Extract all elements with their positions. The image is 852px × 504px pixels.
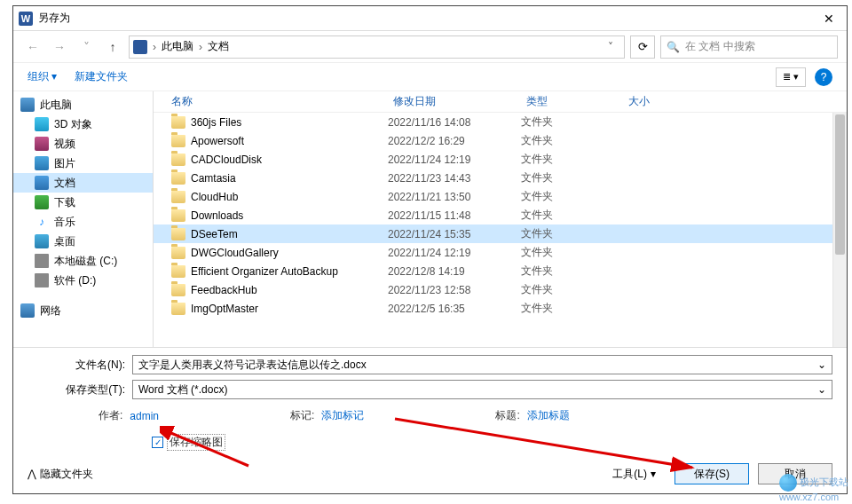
cancel-button[interactable]: 取消 bbox=[758, 463, 832, 484]
filetype-row: 保存类型(T): Word 文档 (*.docx) ⌄ bbox=[28, 380, 832, 399]
file-list[interactable]: 360js Files2022/11/16 14:08文件夹Apowersoft… bbox=[154, 113, 847, 347]
file-type: 文件夹 bbox=[521, 208, 623, 223]
sidebar-item[interactable]: 下载 bbox=[13, 193, 153, 212]
file-row[interactable]: FeedbackHub2022/11/23 12:58文件夹 bbox=[154, 280, 847, 299]
breadcrumb[interactable]: › 此电脑 › 文档 ˅ bbox=[129, 35, 625, 59]
folder-icon bbox=[171, 116, 185, 129]
search-icon: 🔍 bbox=[667, 41, 680, 53]
file-name: FeedbackHub bbox=[191, 284, 257, 296]
new-folder-button[interactable]: 新建文件夹 bbox=[75, 69, 128, 84]
file-name: Apowersoft bbox=[191, 135, 244, 147]
file-date: 2022/11/24 12:19 bbox=[388, 154, 521, 166]
file-type: 文件夹 bbox=[521, 114, 623, 130]
file-row[interactable]: DSeeTem2022/11/24 15:35文件夹 bbox=[154, 224, 847, 243]
breadcrumb-dropdown[interactable]: ˅ bbox=[601, 41, 620, 53]
back-button[interactable]: ← bbox=[22, 36, 43, 58]
sidebar-item[interactable]: 视频 bbox=[13, 134, 153, 154]
sidebar-item[interactable]: 文档 bbox=[13, 173, 153, 193]
file-row[interactable]: CloudHub2022/11/21 13:50文件夹 bbox=[154, 187, 847, 206]
folder-icon bbox=[171, 284, 185, 296]
filename-input[interactable]: 文字是人类用表义符号记录表达信息以传之.docx ⌄ bbox=[132, 355, 832, 374]
file-name: CloudHub bbox=[191, 191, 238, 203]
location-icon bbox=[133, 40, 147, 54]
recent-dropdown[interactable]: ˅ bbox=[75, 36, 97, 58]
sidebar-item[interactable]: 本地磁盘 (C:) bbox=[13, 251, 153, 271]
file-type: 文件夹 bbox=[521, 245, 623, 260]
refresh-button[interactable]: ⟳ bbox=[630, 35, 655, 59]
sidebar-item-label: 音乐 bbox=[54, 215, 75, 230]
sidebar-item-network[interactable]: 网络 bbox=[13, 301, 153, 320]
sidebar-item[interactable]: 软件 (D:) bbox=[13, 271, 153, 290]
folder-icon bbox=[171, 247, 185, 259]
filetype-select[interactable]: Word 文档 (*.docx) ⌄ bbox=[132, 380, 832, 399]
dropdown-icon[interactable]: ⌄ bbox=[817, 383, 826, 396]
file-date: 2022/11/24 12:19 bbox=[388, 247, 521, 259]
dropdown-icon[interactable]: ⌄ bbox=[817, 358, 826, 371]
file-date: 2022/11/21 13:50 bbox=[388, 191, 521, 203]
save-button[interactable]: 保存(S) bbox=[674, 463, 749, 484]
file-date: 2022/12/8 14:19 bbox=[388, 265, 521, 278]
tag-value[interactable]: 添加标记 bbox=[321, 408, 364, 423]
folder-icon bbox=[171, 228, 185, 240]
scrollbar[interactable] bbox=[832, 113, 847, 347]
ic-disk-icon bbox=[35, 254, 49, 268]
ic-3d-icon bbox=[35, 117, 49, 131]
column-headers[interactable]: 名称 修改日期 类型 大小 bbox=[154, 91, 847, 113]
organize-button[interactable]: 组织 ▾ bbox=[28, 69, 57, 84]
file-name: 360js Files bbox=[191, 116, 241, 129]
checkbox-icon[interactable]: ✓ bbox=[152, 437, 163, 448]
file-row[interactable]: ImgOptMaster2022/12/5 16:35文件夹 bbox=[154, 299, 847, 318]
titlebar: W 另存为 ✕ bbox=[13, 6, 847, 31]
folder-icon bbox=[171, 209, 185, 222]
file-row[interactable]: CADCloudDisk2022/11/24 12:19文件夹 bbox=[154, 150, 847, 169]
scrollbar-thumb[interactable] bbox=[835, 114, 845, 255]
view-mode-button[interactable]: ≣ ▾ bbox=[776, 67, 806, 87]
file-row[interactable]: Camtasia2022/11/23 14:43文件夹 bbox=[154, 169, 847, 187]
sidebar-item-label: 图片 bbox=[54, 156, 75, 171]
bottom-panel: 文件名(N): 文字是人类用表义符号记录表达信息以传之.docx ⌄ 保存类型(… bbox=[13, 347, 847, 493]
file-row[interactable]: Efficient Organizer AutoBackup2022/12/8 … bbox=[154, 262, 847, 280]
help-button[interactable]: ? bbox=[815, 68, 832, 86]
breadcrumb-folder[interactable]: 文档 bbox=[208, 39, 229, 54]
sidebar-item-label: 下载 bbox=[54, 195, 75, 210]
file-name: ImgOptMaster bbox=[191, 303, 258, 315]
sidebar-item-label: 文档 bbox=[54, 176, 75, 191]
file-type: 文件夹 bbox=[521, 133, 623, 148]
col-size[interactable]: 大小 bbox=[628, 94, 699, 109]
file-date: 2022/12/2 16:29 bbox=[388, 135, 521, 147]
file-row[interactable]: Apowersoft2022/12/2 16:29文件夹 bbox=[154, 131, 847, 150]
search-input[interactable]: 🔍 在 文档 中搜索 bbox=[660, 35, 838, 59]
file-row[interactable]: Downloads2022/11/15 11:48文件夹 bbox=[154, 206, 847, 224]
save-as-dialog: W 另存为 ✕ ← → ˅ ↑ › 此电脑 › 文档 ˅ ⟳ 🔍 在 文档 中搜… bbox=[12, 5, 848, 494]
forward-button[interactable]: → bbox=[49, 36, 70, 58]
title-value[interactable]: 添加标题 bbox=[527, 408, 570, 423]
sidebar-item[interactable]: 3D 对象 bbox=[13, 114, 153, 134]
up-button[interactable]: ↑ bbox=[102, 36, 123, 58]
col-name[interactable]: 名称 bbox=[171, 94, 393, 109]
folder-icon bbox=[171, 135, 185, 147]
filetype-label: 保存类型(T): bbox=[28, 382, 125, 398]
body: 此电脑3D 对象视频图片文档下载♪音乐桌面本地磁盘 (C:)软件 (D:)网络 … bbox=[13, 91, 847, 347]
sidebar-item[interactable]: 桌面 bbox=[13, 232, 153, 251]
sidebar-item[interactable]: 此电脑 bbox=[13, 95, 153, 114]
breadcrumb-sep: › bbox=[195, 41, 206, 53]
close-button[interactable]: ✕ bbox=[811, 6, 847, 31]
ic-video-icon bbox=[35, 137, 49, 151]
breadcrumb-root[interactable]: 此电脑 bbox=[162, 39, 193, 54]
file-date: 2022/11/23 14:43 bbox=[388, 172, 521, 185]
file-date: 2022/11/24 15:35 bbox=[388, 228, 521, 240]
folder-icon bbox=[171, 172, 185, 185]
file-row[interactable]: 360js Files2022/11/16 14:08文件夹 bbox=[154, 113, 847, 131]
word-app-icon: W bbox=[19, 12, 33, 26]
col-date[interactable]: 修改日期 bbox=[393, 94, 526, 109]
file-row[interactable]: DWGCloudGallery2022/11/24 12:19文件夹 bbox=[154, 243, 847, 262]
hide-folders-button[interactable]: ⋀ 隐藏文件夹 bbox=[28, 467, 93, 482]
sidebar-item[interactable]: 图片 bbox=[13, 154, 153, 173]
thumbnail-checkbox-row[interactable]: ✓ 保存缩略图 bbox=[28, 434, 832, 451]
file-pane: 名称 修改日期 类型 大小 360js Files2022/11/16 14:0… bbox=[154, 91, 847, 347]
author-value[interactable]: admin bbox=[130, 410, 159, 422]
sidebar-item[interactable]: ♪音乐 bbox=[13, 212, 153, 232]
col-type[interactable]: 类型 bbox=[526, 94, 628, 109]
file-type: 文件夹 bbox=[521, 226, 623, 241]
tools-button[interactable]: 工具(L) ▾ bbox=[603, 463, 666, 484]
